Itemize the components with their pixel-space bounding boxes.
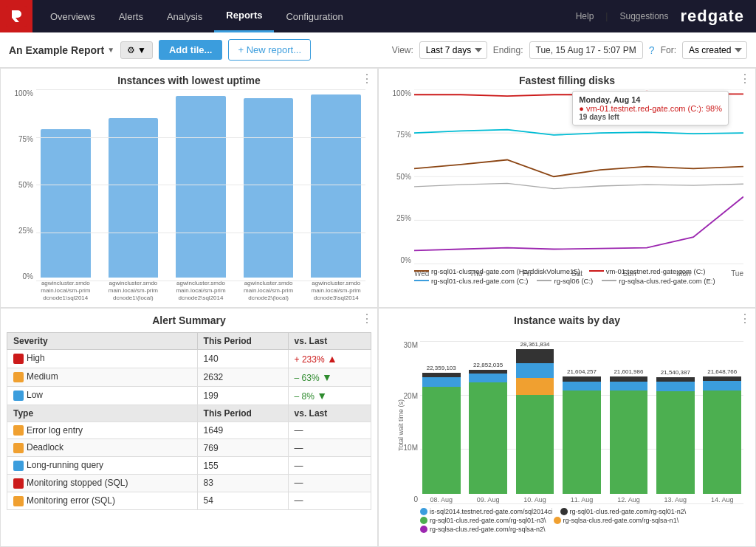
legend-2: vm-01.testnet.red-gate.com (C:) [589, 267, 706, 275]
waits-bars: 22,359,103 08. Aug 22,852,035 [420, 341, 743, 504]
waits-val-2: 22,852,035 [473, 362, 503, 368]
deadlock-color [13, 443, 24, 453]
alerts-tile: ⋮ Alert Summary Severity This Period vs.… [0, 308, 378, 548]
vs-lrq: — [288, 457, 371, 475]
uptime-tile: ⋮ Instances with lowest uptime 100% 75% … [0, 68, 378, 308]
waits-y-10m: 10M [404, 444, 418, 452]
new-report-button[interactable]: + New report... [228, 39, 311, 61]
waits-bar-5: 21,601,986 12. Aug [608, 341, 650, 504]
waits-bar-1: 22,359,103 08. Aug [420, 341, 462, 504]
waits-bar-3: 28,361,834 10. Aug [514, 341, 556, 504]
help-link[interactable]: Help [576, 11, 594, 21]
nav-analysis[interactable]: Analysis [155, 0, 214, 32]
report-selector[interactable]: An Example Report ▼ [9, 44, 114, 56]
th-severity: Severity [7, 332, 198, 349]
disk-y-75: 75% [396, 131, 411, 139]
alert-table: Severity This Period vs. Last High 140 +… [7, 332, 371, 510]
y-label-25: 25% [18, 227, 33, 235]
uptime-tile-menu[interactable]: ⋮ [361, 73, 373, 85]
view-select[interactable]: Last 7 days [419, 41, 487, 59]
th-vs: vs. Last [288, 332, 371, 349]
waits-tile-menu[interactable]: ⋮ [739, 313, 751, 325]
waits-stack-7 [703, 376, 741, 494]
waits-legend-5: rg-sqlsa-clus.red-gate.com/rg-sqlsa-n2\ [420, 526, 546, 533]
suggestions-link[interactable]: Suggestions [619, 11, 668, 21]
gear-arrow: ▼ [137, 45, 146, 55]
waits-x-1: 08. Aug [430, 496, 453, 503]
period-error: 1649 [197, 422, 288, 439]
legend-3: rg-sql01-clus.red-gate.com (C:) [414, 277, 528, 285]
disk-legend: rg-sql01-clus.red-gate.com (HarddiskVolu… [414, 267, 743, 301]
waits-stack-6 [656, 377, 695, 494]
nav-overviews[interactable]: Overviews [38, 0, 107, 32]
x-label-1: agwincluster.smdomain.local/sm-primdcnod… [36, 280, 95, 303]
disks-title: Fastest filling disks [385, 75, 749, 86]
brand-name: redgate [681, 7, 744, 26]
waits-x-5: 12. Aug [617, 496, 640, 503]
nav-reports[interactable]: Reports [214, 0, 274, 32]
vs-mon-error: — [288, 492, 371, 509]
waits-x-2: 09. Aug [477, 496, 500, 503]
nav-alerts[interactable]: Alerts [107, 0, 155, 32]
x-label-5: agwincluster.smdomain.local/sm-primdcnod… [306, 280, 365, 303]
nav-right: Help | Suggestions redgate [576, 7, 756, 26]
wl-color-3 [420, 517, 427, 524]
y-label-0: 0% [23, 272, 33, 281]
waits-val-5: 21,601,986 [614, 368, 643, 375]
disk-y-0: 0% [401, 256, 411, 264]
medium-color [13, 372, 24, 382]
waits-title: Instance waits by day [385, 314, 749, 326]
error-color [13, 425, 24, 436]
legend-color-2 [589, 270, 604, 272]
x-label-4: agwincluster.smdomain.local/sm-primdcnod… [239, 280, 298, 303]
vs-error: — [288, 422, 371, 439]
toolbar: An Example Report ▼ ⚙ ▼ Add tile... + Ne… [0, 32, 756, 68]
type-mon-stop: Monitoring stopped (SQL) [7, 474, 198, 492]
th-period: This Period [197, 332, 288, 349]
th-type-vs: vs. Last [288, 405, 371, 422]
alert-row-high: High 140 + 233% ▲ [7, 349, 371, 368]
waits-bar-6: 21,540,387 13. Aug [654, 341, 696, 504]
help-icon[interactable]: ? [649, 44, 655, 56]
disks-tile-menu[interactable]: ⋮ [739, 73, 751, 85]
waits-val-7: 21,648,766 [707, 368, 737, 375]
waits-x-6: 13. Aug [664, 496, 687, 503]
waits-val-6: 21,540,387 [661, 369, 690, 376]
period-mon-stop: 83 [197, 474, 288, 492]
low-color [13, 391, 24, 401]
wl-color-1 [420, 508, 427, 515]
legend-4: rg-sql06 (C:) [537, 277, 593, 285]
type-row-mon-stop: Monitoring stopped (SQL) 83 — [7, 474, 371, 492]
tooltip-item-text: vm-01.testnet.red-gate.com (C:): 98% [586, 104, 722, 113]
type-lrq: Long-running query [7, 457, 198, 475]
period-lrq: 155 [197, 457, 288, 475]
waits-y-0: 0 [413, 495, 418, 503]
nav-items: Overviews Alerts Analysis Reports Config… [38, 0, 355, 32]
view-controls: View: Last 7 days Ending: Tue, 15 Aug 17… [392, 41, 747, 59]
line-chart-area: Wed Thu Fri Sat Sun Mon Tue Monday, Aug … [414, 89, 743, 264]
waits-x-3: 10. Aug [523, 496, 546, 503]
waits-x-4: 11. Aug [571, 496, 594, 503]
top-nav: Overviews Alerts Analysis Reports Config… [0, 0, 756, 32]
th-type: Type [7, 405, 198, 422]
y-label-75: 75% [18, 135, 33, 143]
severity-medium: Medium [7, 368, 198, 386]
waits-y-20m: 20M [404, 392, 418, 400]
type-error: Error log entry [7, 422, 198, 439]
wl-color-2 [560, 508, 568, 515]
type-row-mon-error: Monitoring error (SQL) 54 — [7, 492, 371, 509]
x-label-2: agwincluster.smdomain.local/sm-primdcnod… [104, 280, 163, 303]
alerts-tile-menu[interactable]: ⋮ [361, 313, 373, 325]
for-label: For: [661, 45, 676, 55]
severity-low: Low [7, 386, 198, 405]
logo[interactable] [0, 0, 32, 32]
x-label-3: agwincluster.smdomain.local/sm-primdcnod… [171, 280, 230, 303]
high-color [13, 354, 24, 364]
type-row-deadlock: Deadlock 769 — [7, 439, 371, 457]
tooltip-date: Monday, Aug 14 [579, 95, 722, 104]
for-select[interactable]: As created [682, 41, 747, 59]
add-tile-button[interactable]: Add tile... [159, 40, 223, 60]
nav-configuration[interactable]: Configuration [274, 0, 354, 32]
mon-stop-color [13, 478, 24, 489]
gear-button[interactable]: ⚙ ▼ [120, 41, 153, 59]
